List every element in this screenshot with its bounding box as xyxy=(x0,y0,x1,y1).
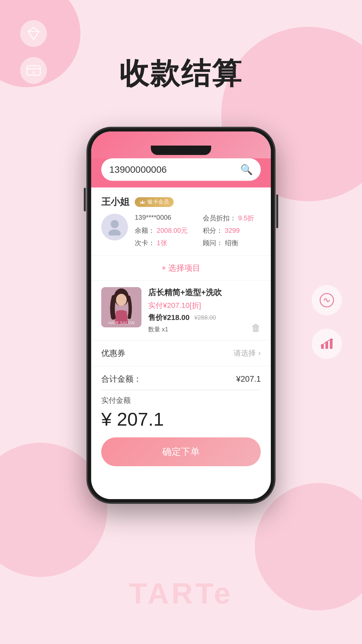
member-discount: 会员折扣： 9.5折 xyxy=(203,214,261,223)
coupon-select[interactable]: 请选择 › xyxy=(234,348,261,358)
svg-marker-1 xyxy=(28,28,39,32)
service-actual-price: 实付¥207.10[折] xyxy=(148,301,245,311)
divider xyxy=(101,390,261,390)
actual-amount: ¥ 207.1 xyxy=(101,408,261,430)
member-points: 积分： 3299 xyxy=(203,226,261,235)
delete-icon[interactable]: 🗑 xyxy=(251,322,261,333)
right-icons xyxy=(312,285,342,359)
diamond-icon xyxy=(20,20,47,47)
miniprogram-icon xyxy=(312,285,342,315)
service-original-price: ¥288.00 xyxy=(194,314,216,321)
svg-point-10 xyxy=(111,220,119,228)
service-price-row: 售价¥218.00 ¥288.00 xyxy=(148,313,245,323)
discount-value: 9.5折 xyxy=(238,214,254,222)
service-quantity: 数量 x1 xyxy=(148,325,245,333)
chart-icon xyxy=(312,329,342,359)
member-advisor: 顾问： 绍衡 xyxy=(203,238,261,248)
service-card: HAIR SALON 店长精简+造型+洗吹 实付¥207.10[折] 售价¥21… xyxy=(101,287,261,333)
total-section: 合计金额： ¥207.1 实付金额 ¥ 207.1 xyxy=(91,366,271,433)
points-value: 3299 xyxy=(225,227,240,234)
add-item-row[interactable]: + 选择项目 xyxy=(91,256,271,280)
phone-mockup: 13900000006 🔍 王小姐 银卡会员 xyxy=(87,127,275,503)
member-body: 139****0006 会员折扣： 9.5折 余额： 2008.00元 xyxy=(101,214,261,248)
svg-point-14 xyxy=(116,294,127,306)
balance-value: 2008.00元 xyxy=(157,227,188,234)
service-name: 店长精简+造型+洗吹 xyxy=(148,287,245,298)
coupon-label: 优惠券 xyxy=(101,348,125,359)
page-title: 收款结算 xyxy=(0,54,362,94)
member-header: 王小姐 银卡会员 xyxy=(101,196,261,208)
service-section: HAIR SALON 店长精简+造型+洗吹 实付¥207.10[折] 售价¥21… xyxy=(91,280,271,340)
svg-point-11 xyxy=(109,229,121,235)
search-icon[interactable]: 🔍 xyxy=(240,164,253,175)
total-row: 合计金额： ¥207.1 xyxy=(101,374,261,384)
member-details: 139****0006 会员折扣： 9.5折 余额： 2008.00元 xyxy=(135,214,261,248)
service-sale-price: 售价¥218.00 xyxy=(148,313,190,323)
member-section: 王小姐 银卡会员 xyxy=(91,187,271,256)
phone-outer: 13900000006 🔍 王小姐 银卡会员 xyxy=(87,127,275,503)
svg-point-9 xyxy=(331,338,333,340)
svg-marker-0 xyxy=(28,28,39,40)
member-name: 王小姐 xyxy=(101,196,129,208)
phone-notch xyxy=(151,146,211,155)
chevron-right-icon: › xyxy=(258,349,261,358)
phone-screen: 13900000006 🔍 王小姐 银卡会员 xyxy=(91,131,271,499)
search-input-wrap[interactable]: 13900000006 🔍 xyxy=(101,158,261,181)
service-image: HAIR SALON xyxy=(101,287,141,327)
card-value: 1张 xyxy=(157,239,167,247)
member-avatar xyxy=(101,214,128,240)
total-label: 合计金额： xyxy=(101,374,141,384)
coupon-hint: 请选择 xyxy=(234,348,256,358)
service-img-watermark: HAIR SALON xyxy=(108,320,135,325)
search-bar-container: 13900000006 🔍 xyxy=(91,158,271,187)
coupon-row[interactable]: 优惠券 请选择 › xyxy=(91,340,271,366)
member-badge: 银卡会员 xyxy=(135,197,174,207)
content-area: 王小姐 银卡会员 xyxy=(91,187,271,499)
total-value: ¥207.1 xyxy=(236,374,261,384)
service-info: 店长精简+造型+洗吹 实付¥207.10[折] 售价¥218.00 ¥288.0… xyxy=(148,287,245,333)
search-value: 13900000006 xyxy=(109,164,167,175)
member-badge-label: 银卡会员 xyxy=(147,199,169,206)
actual-label: 实付金额 xyxy=(101,395,261,406)
member-phone: 139****0006 xyxy=(135,214,193,223)
phone-top-bar xyxy=(91,131,271,158)
add-item-label: + 选择项目 xyxy=(162,263,201,273)
brand-text: TARTe xyxy=(0,576,362,610)
confirm-button[interactable]: 确定下单 xyxy=(101,437,261,466)
advisor-value: 绍衡 xyxy=(225,239,238,247)
member-balance: 余额： 2008.00元 xyxy=(135,226,193,235)
member-card: 次卡： 1张 xyxy=(135,238,193,248)
